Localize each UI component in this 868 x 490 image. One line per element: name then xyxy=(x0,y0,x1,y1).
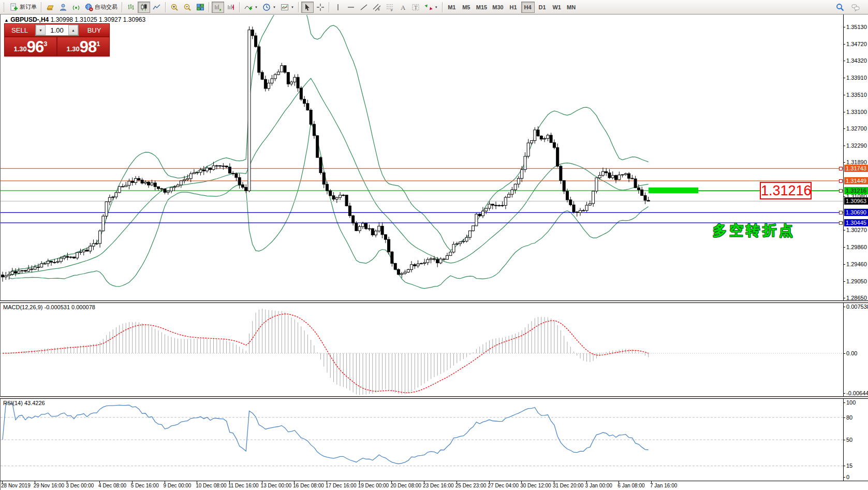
candlestick-chart-button[interactable] xyxy=(138,2,150,13)
candle-body xyxy=(50,261,53,262)
zoom-in-button[interactable] xyxy=(168,2,181,13)
macd-pane[interactable] xyxy=(1,303,843,396)
volume-down-icon[interactable]: ▼ xyxy=(36,25,46,35)
tile-windows-button[interactable] xyxy=(194,2,207,13)
time-axis-tick xyxy=(294,481,295,483)
arrows-button[interactable]: ▼ xyxy=(422,2,440,13)
turning-point-note[interactable]: 多空转折点 xyxy=(713,221,796,240)
buy-button[interactable]: BUY xyxy=(79,24,109,36)
candle-body xyxy=(634,179,637,188)
equidistant-channel-button[interactable]: E xyxy=(371,2,383,13)
candle-body xyxy=(313,124,315,136)
line-chart-button[interactable] xyxy=(151,2,163,13)
candle-body xyxy=(281,66,283,72)
timeframe-d1-button[interactable]: D1 xyxy=(536,2,549,13)
dropdown-icon[interactable]: ▼ xyxy=(255,6,258,9)
level-endpoint-marker[interactable] xyxy=(839,221,843,225)
signals-button[interactable] xyxy=(70,2,82,13)
templates-button[interactable]: ▼ xyxy=(278,2,296,13)
cursor-button[interactable] xyxy=(301,2,314,13)
buy-price[interactable]: 1.30981 xyxy=(56,37,109,56)
candle-body xyxy=(18,271,20,273)
vertical-line-button[interactable] xyxy=(332,2,344,13)
candle-body xyxy=(11,271,13,275)
collapse-icon[interactable]: ▲ xyxy=(4,18,9,23)
candle-body xyxy=(378,226,380,231)
chart-shift-button[interactable] xyxy=(225,2,237,13)
candle-body xyxy=(585,205,588,210)
timeframe-w1-button[interactable]: W1 xyxy=(550,2,564,13)
level-endpoint-marker[interactable] xyxy=(839,211,843,214)
auto-scroll-button[interactable] xyxy=(212,2,224,13)
candle-body xyxy=(72,257,75,258)
timeframe-h1-button[interactable]: H1 xyxy=(507,2,520,13)
candle-body xyxy=(8,275,10,276)
rsi-pane[interactable] xyxy=(1,399,843,481)
candle-body xyxy=(534,130,536,141)
search-button[interactable] xyxy=(834,2,846,13)
level-endpoint-marker[interactable] xyxy=(839,179,843,183)
fibonacci-button[interactable]: F xyxy=(384,2,396,13)
trendline-button[interactable] xyxy=(358,2,370,13)
autotrading-button[interactable]: 自动交易 xyxy=(83,2,120,13)
main-chart-pane[interactable] xyxy=(1,15,843,300)
zoom-out-icon xyxy=(183,3,192,11)
candle-body xyxy=(397,269,400,275)
dropdown-icon[interactable]: ▼ xyxy=(273,6,276,9)
periods-button[interactable]: ▼ xyxy=(260,2,278,13)
candle-body xyxy=(641,190,643,195)
chat-button[interactable] xyxy=(849,2,862,13)
toolbar-grip[interactable] xyxy=(4,3,6,12)
volume-input[interactable]: 1.00 xyxy=(46,25,68,35)
crosshair-button[interactable] xyxy=(314,2,327,13)
candle-body xyxy=(485,208,488,211)
axis-tick-mark xyxy=(843,402,845,403)
dropdown-icon[interactable]: ▼ xyxy=(435,6,438,9)
candle-body xyxy=(271,79,273,83)
time-axis-tick xyxy=(391,481,392,483)
dropdown-icon[interactable]: ▼ xyxy=(291,6,294,9)
price-annotation-box[interactable]: 1.31216 xyxy=(760,182,812,199)
bar-chart-button[interactable] xyxy=(125,2,137,13)
sell-price[interactable]: 1.30963 xyxy=(5,37,56,56)
time-axis-label: 31 Dec 20:00 xyxy=(553,483,584,488)
candle-body xyxy=(303,99,306,104)
candle-body xyxy=(154,183,156,186)
time-axis-tick xyxy=(132,481,133,483)
volume-up-icon[interactable]: ▲ xyxy=(68,25,78,35)
new-order-button[interactable]: 新订单 xyxy=(8,2,39,13)
time-axis-label: 25 Dec 23:00 xyxy=(455,483,487,488)
timeframe-m1-button[interactable]: M1 xyxy=(445,2,459,13)
support-zone-bar[interactable] xyxy=(649,188,698,193)
candle-body xyxy=(375,231,377,235)
timeframe-m5-button[interactable]: M5 xyxy=(460,2,473,13)
time-axis-tick xyxy=(262,481,262,483)
macd-label: MACD(12,26,9) -0.000531 0.000078 xyxy=(3,304,95,310)
candle-body xyxy=(76,253,79,258)
level-endpoint-marker[interactable] xyxy=(839,167,843,170)
level-endpoint-marker[interactable] xyxy=(839,189,843,193)
charts-gallery-button[interactable] xyxy=(44,2,56,13)
time-axis-line xyxy=(0,481,868,481)
horizontal-line-button[interactable] xyxy=(345,2,357,13)
timeframe-h4-button[interactable]: H4 xyxy=(521,2,535,13)
indicators-button[interactable]: ▼ xyxy=(242,2,260,13)
timeframe-m30-button[interactable]: M30 xyxy=(490,2,505,13)
timeframe-mn-button[interactable]: MN xyxy=(565,2,578,13)
candle-body xyxy=(322,173,325,184)
candle-body xyxy=(212,166,215,169)
annotation-connector xyxy=(811,191,843,191)
svg-text:E: E xyxy=(378,8,380,11)
timeframe-m15-button[interactable]: M15 xyxy=(474,2,489,13)
text-label-button[interactable]: T xyxy=(409,2,422,13)
expert-advisors-button[interactable] xyxy=(57,2,69,13)
text-button[interactable]: A xyxy=(396,2,409,13)
candle-body xyxy=(433,258,435,259)
sell-button[interactable]: SELL xyxy=(5,24,35,36)
time-axis-tick xyxy=(489,481,490,483)
candle-body xyxy=(306,104,309,110)
arrows-icon xyxy=(424,3,433,11)
zoom-out-button[interactable] xyxy=(181,2,194,13)
candle-body xyxy=(115,193,117,197)
candle-body xyxy=(462,241,465,242)
